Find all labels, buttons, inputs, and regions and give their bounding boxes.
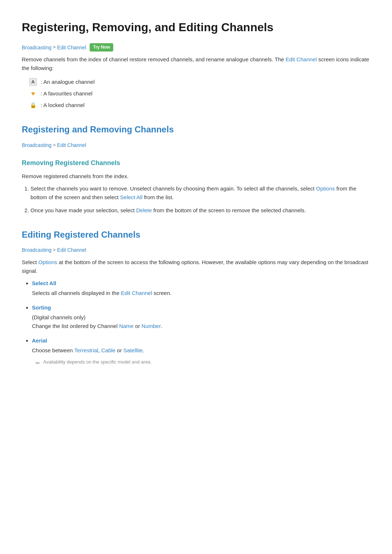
sorting-desc: (Digital channels only) Change the list … — [32, 313, 370, 331]
section3-title: Editing Registered Channels — [22, 228, 370, 242]
removing-desc: Remove registered channels from the inde… — [22, 172, 370, 181]
breadcrumb-3-broadcasting[interactable]: Broadcasting — [22, 246, 52, 254]
select-all-desc: Selects all channels displayed in the Ed… — [32, 289, 370, 297]
breadcrumb-1: Broadcasting > Edit Channel Try Now — [22, 43, 370, 52]
aerial-note-row: ✏ Availability depends on the specific m… — [32, 358, 370, 368]
breadcrumb-2-separator: > — [53, 141, 56, 149]
editing-desc-post: at the bottom of the screen to access th… — [22, 259, 368, 274]
step1-select-all-link[interactable]: Select All — [120, 194, 143, 200]
step2-post: from the bottom of the screen to remove … — [152, 207, 306, 213]
aerial-terrestrial-link[interactable]: Terrestrial — [74, 347, 98, 353]
step2-delete-link[interactable]: Delete — [136, 207, 152, 213]
step-2: Once you have made your selection, selec… — [30, 206, 370, 215]
locked-label: : A locked channel — [41, 101, 85, 110]
breadcrumb-2-edit-channel[interactable]: Edit Channel — [57, 141, 86, 149]
step1-pre: Select the channels you want to remove. … — [30, 185, 316, 192]
intro-edit-channel-link[interactable]: Edit Channel — [286, 56, 317, 62]
section1-title: Registering and Removing Channels — [22, 123, 370, 136]
sorting-number-link[interactable]: Number — [142, 323, 161, 329]
sorting-desc2-mid: or — [134, 323, 142, 329]
intro-text-pre: Remove channels from the index of channe… — [22, 56, 286, 62]
icon-list: A : An analogue channel ♥ : A favourites… — [22, 78, 370, 110]
lock-icon: 🔒 — [29, 101, 37, 109]
aerial-desc-text: Choose between Terrestrial, Cable or Sat… — [32, 346, 370, 355]
select-all-desc-post: screen. — [152, 290, 171, 296]
aerial-note-text: Availability depends on the specific mod… — [43, 358, 152, 366]
step2-pre: Once you have made your selection, selec… — [30, 207, 136, 213]
favourites-label: : A favourites channel — [41, 89, 93, 98]
steps-list: Select the channels you want to remove. … — [22, 184, 370, 215]
sorting-desc2-pre: Change the list ordered by Channel — [32, 323, 119, 329]
analogue-icon: A — [29, 78, 37, 86]
aerial-desc-pre: Choose between — [32, 347, 74, 353]
sorting-name-link[interactable]: Name — [119, 323, 134, 329]
aerial-cable-link[interactable]: Cable — [101, 347, 115, 353]
aerial-post: . — [143, 347, 144, 353]
list-item-aerial: Aerial Choose between Terrestrial, Cable… — [32, 336, 370, 368]
list-item-select-all: Select All Selects all channels displaye… — [32, 279, 370, 297]
aerial-title[interactable]: Aerial — [32, 337, 47, 344]
breadcrumb-1-edit-channel[interactable]: Edit Channel — [57, 44, 86, 52]
list-item-analogue: A : An analogue channel — [29, 78, 370, 86]
select-all-edit-channel-link[interactable]: Edit Channel — [121, 290, 152, 296]
step-1: Select the channels you want to remove. … — [30, 184, 370, 202]
aerial-desc: Choose between Terrestrial, Cable or Sat… — [32, 346, 370, 368]
analogue-label: : An analogue channel — [41, 78, 94, 86]
select-all-desc-pre: Selects all channels displayed in the — [32, 290, 121, 296]
breadcrumb-3: Broadcasting > Edit Channel — [22, 246, 370, 254]
aerial-satellite-link[interactable]: Satellite — [123, 347, 143, 353]
sorting-desc2-post: . — [161, 323, 162, 329]
pencil-icon: ✏ — [36, 359, 40, 368]
breadcrumb-2: Broadcasting > Edit Channel — [22, 141, 370, 149]
editing-options-link[interactable]: Options — [38, 259, 57, 265]
try-now-badge[interactable]: Try Now — [90, 43, 113, 52]
select-all-title[interactable]: Select All — [32, 280, 56, 286]
breadcrumb-2-broadcasting[interactable]: Broadcasting — [22, 141, 52, 149]
step1-options-link[interactable]: Options — [316, 185, 335, 192]
aerial-mid1: , — [98, 347, 101, 353]
list-item-locked: 🔒 : A locked channel — [29, 101, 370, 110]
breadcrumb-3-separator: > — [53, 246, 56, 254]
page-title: Registering, Removing, and Editing Chann… — [22, 18, 370, 37]
sorting-desc1: (Digital channels only) — [32, 313, 370, 322]
breadcrumb-3-edit-channel[interactable]: Edit Channel — [57, 246, 86, 254]
list-item-favourites: ♥ : A favourites channel — [29, 89, 370, 98]
breadcrumb-1-broadcasting[interactable]: Broadcasting — [22, 44, 52, 52]
section2-title: Removing Registered Channels — [22, 158, 370, 168]
intro-paragraph: Remove channels from the index of channe… — [22, 55, 370, 73]
aerial-mid2: or — [115, 347, 123, 353]
breadcrumb-1-separator: > — [53, 44, 56, 51]
step1-post: from the list. — [143, 194, 174, 200]
sorting-desc2: Change the list ordered by Channel Name … — [32, 322, 370, 331]
editing-desc: Select Options at the bottom of the scre… — [22, 258, 370, 275]
heart-icon: ♥ — [29, 90, 37, 98]
list-item-sorting: Sorting (Digital channels only) Change t… — [32, 303, 370, 331]
sorting-title[interactable]: Sorting — [32, 304, 51, 311]
editing-desc-pre: Select — [22, 259, 38, 265]
options-list: Select All Selects all channels displaye… — [22, 279, 370, 368]
